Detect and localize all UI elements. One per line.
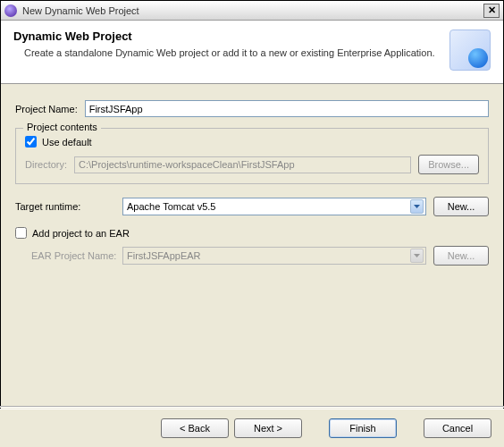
target-runtime-value: Apache Tomcat v5.5	[127, 201, 215, 212]
ear-project-label: EAR Project Name:	[31, 250, 115, 261]
window-title: New Dynamic Web Project	[22, 5, 483, 16]
wizard-content: Project Name: Project contents Use defau…	[1, 84, 503, 283]
close-icon: ✕	[488, 4, 496, 16]
directory-input	[74, 156, 411, 173]
use-default-label: Use default	[42, 137, 92, 148]
add-to-ear-label: Add project to an EAR	[32, 228, 130, 239]
chevron-down-icon	[410, 249, 424, 263]
banner-title: Dynamic Web Project	[13, 30, 442, 43]
back-button[interactable]: < Back	[161, 418, 229, 438]
target-runtime-select[interactable]: Apache Tomcat v5.5	[122, 198, 426, 215]
wizard-banner: Dynamic Web Project Create a standalone …	[1, 21, 503, 84]
project-name-input[interactable]	[85, 100, 489, 117]
project-contents-legend: Project contents	[23, 122, 101, 132]
ear-project-value: FirstJSFAppEAR	[127, 250, 201, 261]
new-runtime-button[interactable]: New...	[433, 197, 489, 216]
ear-project-select: FirstJSFAppEAR	[122, 247, 426, 265]
project-contents-group: Project contents Use default Directory: …	[15, 128, 489, 184]
directory-label: Directory:	[25, 159, 67, 170]
target-runtime-label: Target runtime:	[15, 201, 115, 212]
add-to-ear-checkbox[interactable]	[15, 227, 27, 239]
cancel-button[interactable]: Cancel	[424, 418, 491, 438]
chevron-down-icon	[410, 199, 424, 214]
use-default-checkbox[interactable]	[25, 136, 37, 148]
wizard-footer: < Back Next > Finish Cancel	[0, 409, 504, 447]
divider	[0, 406, 504, 408]
new-ear-button: New...	[433, 246, 489, 266]
close-button[interactable]: ✕	[483, 4, 500, 18]
banner-description: Create a standalone Dynamic Web project …	[13, 46, 442, 60]
titlebar: New Dynamic Web Project ✕	[1, 1, 503, 21]
finish-button[interactable]: Finish	[329, 418, 397, 438]
project-name-label: Project Name:	[15, 104, 78, 114]
eclipse-icon	[4, 4, 17, 17]
browse-button: Browse...	[418, 155, 479, 174]
globe-icon	[449, 30, 491, 71]
next-button[interactable]: Next >	[234, 418, 302, 438]
